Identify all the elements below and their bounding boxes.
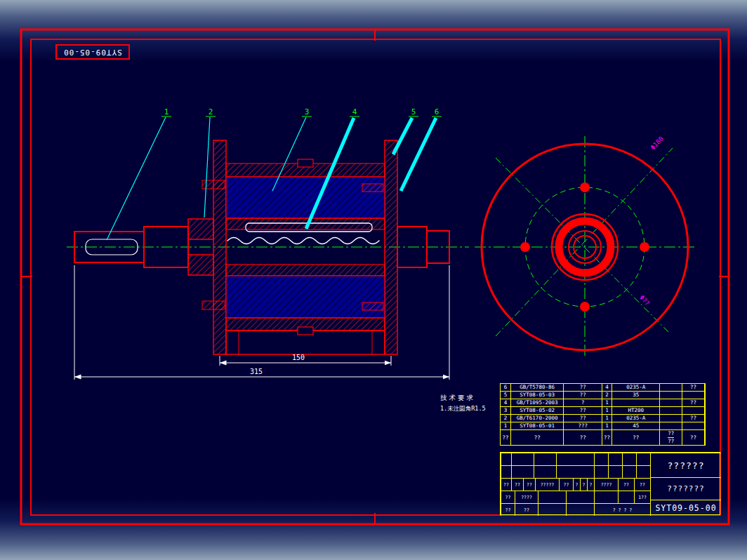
bolt-hole <box>520 242 530 252</box>
bottom-notch <box>298 327 313 335</box>
title-cell <box>556 453 594 465</box>
cad-drawing-canvas: Φ180 Φ?? 1 2 3 4 5 6 <box>0 0 747 560</box>
bom-cell-code: GB/T1095-2003 <box>511 399 564 407</box>
bom-cell-remark: ?? <box>682 384 705 392</box>
title-cell-craft: ?? <box>501 503 515 516</box>
title-cell-approve: ?? <box>515 503 538 516</box>
title-cell <box>594 465 608 478</box>
bom-cell-material: 0235-A <box>612 415 661 422</box>
dimension-150: 150 <box>220 354 391 366</box>
title-company-name: ??????? <box>650 477 721 500</box>
balloon-5: 5 <box>411 107 416 116</box>
bom-cell-name: ?? <box>564 415 602 422</box>
bom-header-material: ?? <box>612 430 661 446</box>
bom-cell-weight <box>660 407 682 415</box>
title-cell-scale-label: ?? <box>634 478 650 491</box>
tech-notes-line1: 1.未注圆角R1.5 <box>440 405 486 412</box>
bom-cell-weight <box>660 399 682 407</box>
bom-header-remark: ?? <box>682 430 705 446</box>
title-cell <box>556 465 594 478</box>
bom-row: 1 SYT08-05-01 ??? 1 45 <box>501 422 705 430</box>
title-cell <box>636 465 650 478</box>
title-cell <box>538 491 566 503</box>
bom-cell-remark: ?? <box>682 415 705 422</box>
bom-cell-code: SYT08-05-02 <box>511 407 564 415</box>
title-cell-design: ?? <box>501 491 515 503</box>
bolt-section <box>362 302 383 310</box>
bom-header-weight-bottom: ?? <box>668 438 674 445</box>
bom-header-weight-top: ?? <box>668 430 674 438</box>
bom-cell-no: 5 <box>501 392 511 399</box>
diameter-label-outer: Φ180 <box>649 135 665 152</box>
bom-cell-name: ?? <box>564 384 602 392</box>
balloon-1: 1 <box>164 107 169 116</box>
bom-cell-material <box>612 399 661 407</box>
title-cell <box>511 465 534 478</box>
balloon-6: 6 <box>435 107 439 116</box>
title-cell <box>566 503 594 516</box>
top-notch <box>298 159 313 167</box>
leader-line-5 <box>393 118 412 154</box>
title-cell-date: ? <box>573 478 580 491</box>
title-cell-weight: ?? <box>618 478 634 491</box>
winding-top <box>226 177 385 218</box>
bom-cell-code: SYT08-05-01 <box>511 422 564 430</box>
bom-cell-remark <box>682 422 705 430</box>
title-cell <box>534 465 556 478</box>
bom-header-row: ?? ?? ?? ?? ?? ?? ?? ?? <box>501 430 705 446</box>
bom-cell-weight <box>660 415 682 422</box>
title-drawing-number: SYT09-05-00 <box>650 500 721 516</box>
title-cell <box>534 453 556 465</box>
bom-header-qty: ?? <box>602 430 612 446</box>
balloon-numbers: 1 2 3 4 5 6 <box>161 107 442 116</box>
title-cell <box>622 453 636 465</box>
title-cell-scale-value: 1?? <box>634 491 650 503</box>
title-cell <box>622 465 636 478</box>
bom-cell-material: 35 <box>612 392 661 399</box>
bom-header-name: ?? <box>564 430 602 446</box>
title-cell <box>501 465 511 478</box>
bom-cell-weight <box>660 392 682 399</box>
title-block: ?? ?? ?? ????? ?? ? ? ? ?? ???? ?? ?? ??… <box>500 452 720 515</box>
title-cell <box>636 453 650 465</box>
title-cell-sheets: ? ? ? ? <box>594 503 650 516</box>
title-cell-date: ? <box>587 478 594 491</box>
dimension-150-text: 150 <box>292 354 305 361</box>
title-cell <box>511 453 534 465</box>
bolt-hole <box>640 242 649 252</box>
title-cell <box>566 491 594 503</box>
sheet-number-flipped-box: SYT09-05-00 <box>55 44 130 60</box>
title-cell-date: ? <box>580 478 587 491</box>
bom-cell-name: ?? <box>564 392 602 399</box>
balloon-2: 2 <box>209 107 213 116</box>
leader-line-2 <box>204 117 210 218</box>
bom-cell-no: 2 <box>501 415 511 422</box>
bom-cell-remark: ?? <box>682 399 705 407</box>
title-cell <box>594 453 608 465</box>
bom-cell-code: GB/T5780-86 <box>511 384 564 392</box>
bom-row: 6 GB/T5780-86 ?? 4 0235-A ?? <box>501 384 705 392</box>
sheet-number-flipped-text: SYT09-05-00 <box>63 48 122 57</box>
title-product-name: ?????? <box>650 453 721 477</box>
bolt-section <box>202 301 225 309</box>
bom-cell-qty: 1 <box>602 422 612 430</box>
bom-cell-qty: 2 <box>602 392 612 399</box>
title-cell-count: ?? <box>511 478 523 491</box>
bom-cell-qty: 1 <box>602 407 612 415</box>
bom-cell-weight <box>660 384 682 392</box>
bom-header-code: ?? <box>511 430 564 446</box>
winding-bottom <box>226 276 385 318</box>
title-cell-mark: ?? <box>501 478 511 491</box>
balloon-4: 4 <box>352 107 357 116</box>
bom-cell-weight <box>660 422 682 430</box>
title-cell <box>501 453 511 465</box>
end-ring-left <box>213 140 226 354</box>
wave-washer <box>227 238 379 244</box>
bom-row: 4 GB/T1095-2003 ? 1 ?? <box>501 399 705 407</box>
title-cell-standard: ???? <box>515 491 538 503</box>
title-cell-stage: ???? <box>594 478 618 491</box>
bom-row: 2 GB/T6170-2000 ?? 1 0235-A ?? <box>501 415 705 422</box>
bom-row: 5 SYT08-05-03 ?? 2 35 <box>501 392 705 399</box>
bom-cell-qty: 1 <box>602 415 612 422</box>
leader-line-1 <box>107 117 166 240</box>
